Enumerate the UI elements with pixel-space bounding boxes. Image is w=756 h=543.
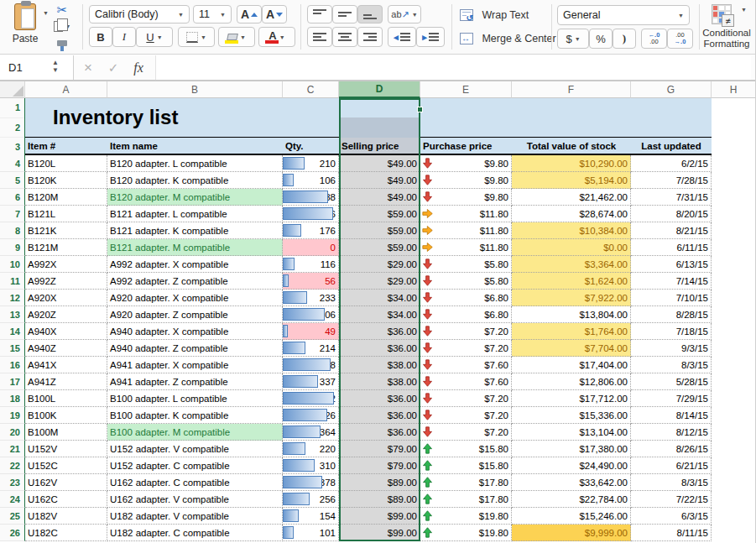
- cell-item-number[interactable]: B100K: [25, 407, 107, 424]
- name-box-stepper[interactable]: ▲▼: [52, 59, 59, 74]
- cell-item-name[interactable]: A940 adapter. Z compatible: [107, 340, 283, 357]
- cell-empty[interactable]: [712, 306, 756, 323]
- cell-selling-price[interactable]: $79.00: [339, 457, 420, 474]
- cell-total-value[interactable]: $13,104.00: [512, 424, 631, 441]
- row-number[interactable]: 18: [0, 390, 25, 407]
- cell-last-updated[interactable]: 6/13/15: [631, 256, 712, 273]
- decrease-decimal-button[interactable]: .00 →.0: [667, 29, 693, 49]
- cell-item-number[interactable]: B120L: [25, 155, 107, 172]
- cell-selling-price[interactable]: $36.00: [339, 340, 420, 357]
- cell-selling-price[interactable]: $89.00: [339, 474, 420, 491]
- cell-qty[interactable]: 337: [283, 373, 339, 390]
- cell-empty[interactable]: [712, 491, 756, 508]
- cell-qty[interactable]: 101: [283, 525, 339, 541]
- cell-item-number[interactable]: B120K: [25, 172, 107, 189]
- cell-item-name[interactable]: B121 adapter. M compatible: [107, 239, 283, 256]
- cell-purchase-price[interactable]: $7.20: [420, 340, 512, 357]
- cell-last-updated[interactable]: 6/21/15: [631, 457, 712, 474]
- align-middle-button[interactable]: [332, 5, 357, 23]
- row-number[interactable]: 24: [0, 491, 25, 508]
- cell-selling-price[interactable]: $49.00: [339, 189, 420, 206]
- cell-empty[interactable]: [712, 206, 756, 222]
- row-number[interactable]: 7: [0, 206, 25, 222]
- currency-button[interactable]: $ ▼: [557, 29, 589, 49]
- cell-empty[interactable]: [712, 373, 756, 390]
- cell-item-name[interactable]: B100 adapter. L compatible: [107, 390, 283, 407]
- cell-qty[interactable]: 426: [283, 407, 339, 424]
- cell-item-number[interactable]: A941Z: [25, 373, 107, 390]
- row-number[interactable]: 1: [0, 98, 24, 118]
- formula-input[interactable]: [155, 55, 751, 80]
- cell-item-number[interactable]: A940X: [25, 323, 107, 340]
- cell-item-name[interactable]: B121 adapter. L compatible: [107, 206, 283, 222]
- cell-qty[interactable]: 486: [283, 206, 339, 222]
- cell-empty[interactable]: [712, 256, 756, 273]
- cell-qty[interactable]: 210: [283, 155, 339, 172]
- cell-qty[interactable]: 49: [283, 323, 339, 340]
- cell-qty[interactable]: 116: [283, 256, 339, 273]
- column-header-b[interactable]: B: [107, 81, 283, 98]
- cell-item-name[interactable]: A941 adapter. X compatible: [107, 357, 283, 373]
- cell-qty[interactable]: 256: [283, 491, 339, 508]
- cell-total-value[interactable]: $17,404.00: [512, 357, 631, 373]
- cell-selling-price[interactable]: $99.00: [339, 525, 420, 541]
- cell-qty[interactable]: 492: [283, 390, 339, 407]
- cell-purchase-price[interactable]: $17.80: [420, 474, 512, 491]
- percent-button[interactable]: %: [589, 29, 613, 49]
- cell-item-name[interactable]: B100 adapter. K compatible: [107, 407, 283, 424]
- cell-last-updated[interactable]: 8/26/15: [631, 441, 712, 457]
- cell-item-name[interactable]: A940 adapter. X compatible: [107, 323, 283, 340]
- row-number[interactable]: 22: [0, 457, 25, 474]
- cell-item-number[interactable]: A992X: [25, 256, 107, 273]
- cell-last-updated[interactable]: 6/2/15: [631, 155, 712, 172]
- cell-qty[interactable]: 458: [283, 357, 339, 373]
- cell-selling-price[interactable]: $36.00: [339, 323, 420, 340]
- cell-total-value[interactable]: $15,246.00: [512, 508, 631, 525]
- row-number[interactable]: 23: [0, 474, 25, 491]
- cell-purchase-price[interactable]: $11.80: [420, 206, 512, 222]
- cell-selling-price[interactable]: $89.00: [339, 491, 420, 508]
- cell-last-updated[interactable]: 8/21/15: [631, 222, 712, 239]
- header-selling-price[interactable]: Selling price: [339, 138, 420, 155]
- paste-button[interactable]: ▼ Paste: [7, 2, 44, 52]
- cell-qty[interactable]: 106: [283, 172, 339, 189]
- select-all-corner[interactable]: [0, 81, 25, 98]
- cell-item-number[interactable]: U152V: [25, 441, 107, 457]
- cell-empty[interactable]: [712, 290, 756, 306]
- cell-qty[interactable]: 406: [283, 306, 339, 323]
- row-number[interactable]: 26: [0, 525, 25, 541]
- cell-total-value[interactable]: $7,922.00: [512, 290, 631, 306]
- cell-empty[interactable]: [712, 407, 756, 424]
- cell-purchase-price[interactable]: $7.60: [420, 373, 512, 390]
- header-total-value[interactable]: Total value of stock: [512, 138, 631, 155]
- cut-button[interactable]: ✂: [47, 2, 77, 18]
- font-color-button[interactable]: A ▼: [258, 27, 295, 47]
- cell-selling-price[interactable]: $34.00: [339, 290, 420, 306]
- grow-font-button[interactable]: A: [237, 5, 262, 23]
- cell-last-updated[interactable]: 8/11/15: [631, 525, 712, 541]
- cell-selling-price[interactable]: $29.00: [339, 256, 420, 273]
- cell-purchase-price[interactable]: $7.20: [420, 390, 512, 407]
- row-number[interactable]: 6: [0, 189, 25, 206]
- cell-purchase-price[interactable]: $7.20: [420, 424, 512, 441]
- align-right-button[interactable]: [357, 27, 383, 47]
- cell-last-updated[interactable]: 7/22/15: [631, 491, 712, 508]
- header-item-name[interactable]: Item name: [107, 138, 283, 155]
- align-top-button[interactable]: [307, 5, 332, 23]
- cell-item-number[interactable]: U162V: [25, 474, 107, 491]
- column-header-f[interactable]: F: [512, 81, 631, 98]
- cell-purchase-price[interactable]: $11.80: [420, 222, 512, 239]
- row-number[interactable]: 10: [0, 256, 25, 273]
- cell-purchase-price[interactable]: $6.80: [420, 306, 512, 323]
- fill-color-caret-icon[interactable]: ▼: [240, 34, 246, 40]
- cell-selling-price[interactable]: $34.00: [339, 306, 420, 323]
- cell-purchase-price[interactable]: $15.80: [420, 457, 512, 474]
- cell-item-name[interactable]: U182 adapter. C compatible: [107, 525, 283, 541]
- font-color-caret-icon[interactable]: ▼: [279, 34, 285, 40]
- column-header-d[interactable]: D: [339, 81, 420, 98]
- cell-purchase-price[interactable]: $6.80: [420, 290, 512, 306]
- cell-purchase-price[interactable]: $17.80: [420, 491, 512, 508]
- align-left-button[interactable]: [307, 27, 332, 47]
- cell-purchase-price[interactable]: $7.60: [420, 357, 512, 373]
- cell-qty[interactable]: 154: [283, 508, 339, 525]
